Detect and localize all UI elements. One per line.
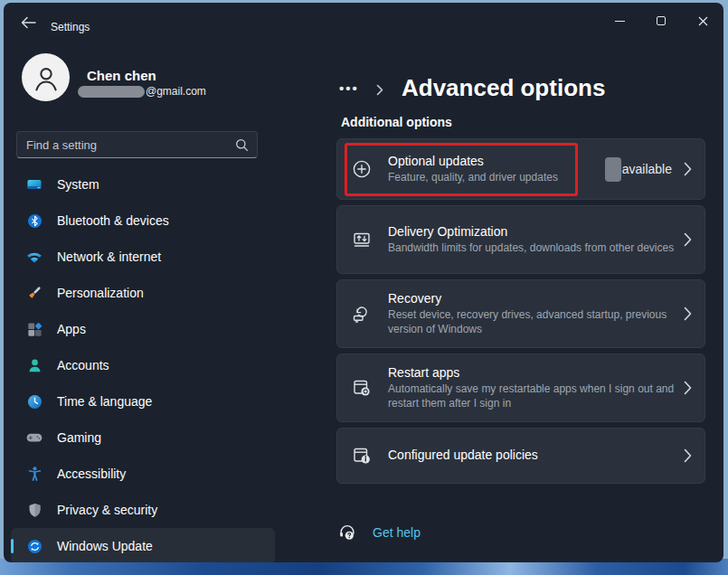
card-recovery[interactable]: Recovery Reset device, recovery drives, … [336, 279, 705, 348]
bluetooth-icon [25, 212, 43, 230]
accounts-icon [25, 356, 43, 374]
maximize-button[interactable] [640, 3, 682, 39]
back-button[interactable] [14, 9, 42, 36]
time-language-clock-icon [25, 392, 43, 410]
window-title: Settings [51, 21, 90, 33]
email-redaction-blur [78, 86, 145, 98]
sidebar-item-label: Network & internet [57, 250, 161, 264]
sidebar-item-label: Personalization [57, 286, 144, 300]
chevron-right-icon [684, 162, 692, 176]
profile-email: @gmail.com [78, 85, 206, 98]
card-description: Feature, quality, and driver updates [388, 170, 605, 184]
sidebar-item-label: Accessibility [57, 467, 126, 481]
sidebar-item-label: Apps [57, 322, 86, 336]
person-icon [31, 62, 61, 93]
personalization-brush-icon [25, 284, 43, 302]
sidebar-item-label: System [57, 177, 99, 192]
sidebar-nav: System Bluetooth & devices Network & int… [11, 166, 275, 562]
restart-apps-icon [351, 377, 373, 399]
page-title: Advanced options [402, 74, 605, 102]
sidebar-item-label: Bluetooth & devices [57, 213, 169, 228]
close-button[interactable] [682, 3, 723, 39]
sidebar-item-label: Time & language [57, 394, 152, 409]
sidebar-item-privacy-security[interactable]: Privacy & security [11, 492, 275, 528]
search-box [16, 131, 258, 158]
card-configured-update-policies[interactable]: Configured update policies [336, 428, 705, 484]
close-icon [698, 16, 708, 26]
card-delivery-optimization[interactable]: Delivery Optimization Bandwidth limits f… [336, 205, 705, 274]
card-title: Delivery Optimization [388, 224, 684, 239]
card-title: Optional updates [388, 154, 605, 168]
avatar[interactable] [22, 53, 70, 101]
sidebar-item-label: Accounts [57, 358, 109, 372]
breadcrumb-chevron-icon [376, 84, 383, 96]
card-title: Recovery [388, 291, 684, 306]
sidebar-item-label: Gaming [57, 430, 101, 445]
card-title: Restart apps [388, 365, 684, 380]
search-input[interactable] [17, 132, 257, 157]
accessibility-person-icon [25, 465, 43, 483]
delivery-optimization-icon [351, 229, 373, 250]
optional-updates-icon [351, 158, 373, 180]
update-count-redaction-blur [605, 157, 621, 182]
get-help-link[interactable]: Get help [337, 523, 421, 542]
sidebar-item-label: Privacy & security [57, 503, 157, 517]
card-optional-updates[interactable]: Optional updates Feature, quality, and d… [336, 138, 705, 200]
settings-window: Settings Chen chen @gmail.com [4, 3, 723, 562]
titlebar: Settings [4, 3, 723, 42]
sidebar-item-gaming[interactable]: Gaming [11, 419, 275, 456]
sidebar-item-bluetooth-devices[interactable]: Bluetooth & devices [11, 203, 275, 239]
sidebar-item-system[interactable]: System [11, 166, 275, 203]
selected-indicator [11, 539, 14, 553]
apps-icon [25, 320, 43, 338]
recovery-icon [351, 303, 373, 325]
get-help-label: Get help [373, 525, 421, 540]
minimize-icon [615, 21, 625, 22]
windows-update-icon [25, 537, 43, 555]
chevron-right-icon [684, 381, 692, 395]
sidebar-item-label: Windows Update [57, 539, 153, 553]
sidebar-item-windows-update[interactable]: Windows Update [11, 528, 275, 562]
breadcrumb-ellipsis[interactable]: ••• [339, 80, 359, 96]
sidebar-item-accessibility[interactable]: Accessibility [11, 456, 275, 492]
chevron-right-icon [684, 232, 692, 247]
card-description: Reset device, recovery drives, advanced … [388, 307, 684, 336]
chevron-right-icon [684, 306, 692, 321]
configured-policies-icon [351, 445, 373, 467]
chevron-right-icon [684, 448, 692, 463]
card-description: Automatically save my restartable apps w… [388, 382, 684, 410]
network-wifi-icon [25, 248, 43, 266]
sidebar-item-apps[interactable]: Apps [11, 311, 275, 347]
get-help-icon [337, 523, 357, 542]
card-description: Bandwidth limits for updates, downloads … [388, 240, 684, 255]
maximize-icon [657, 16, 666, 25]
search-icon[interactable] [235, 138, 249, 152]
card-restart-apps[interactable]: Restart apps Automatically save my resta… [336, 353, 705, 422]
profile-name: Chen chen [87, 68, 156, 83]
sidebar-item-time-language[interactable]: Time & language [11, 383, 275, 419]
section-title: Additional options [341, 115, 452, 129]
card-title: Configured update policies [388, 448, 684, 462]
gaming-controller-icon [25, 429, 43, 447]
sidebar-item-personalization[interactable]: Personalization [11, 275, 275, 311]
sidebar-item-network-internet[interactable]: Network & internet [11, 239, 275, 275]
updates-available-text: available [622, 162, 672, 176]
back-arrow-icon [21, 16, 36, 29]
privacy-shield-icon [25, 501, 43, 519]
email-suffix: @gmail.com [146, 85, 206, 98]
settings-card-list: Optional updates Feature, quality, and d… [336, 138, 705, 489]
minimize-button[interactable] [599, 3, 640, 39]
sidebar-item-accounts[interactable]: Accounts [11, 347, 275, 383]
system-icon [25, 175, 43, 193]
